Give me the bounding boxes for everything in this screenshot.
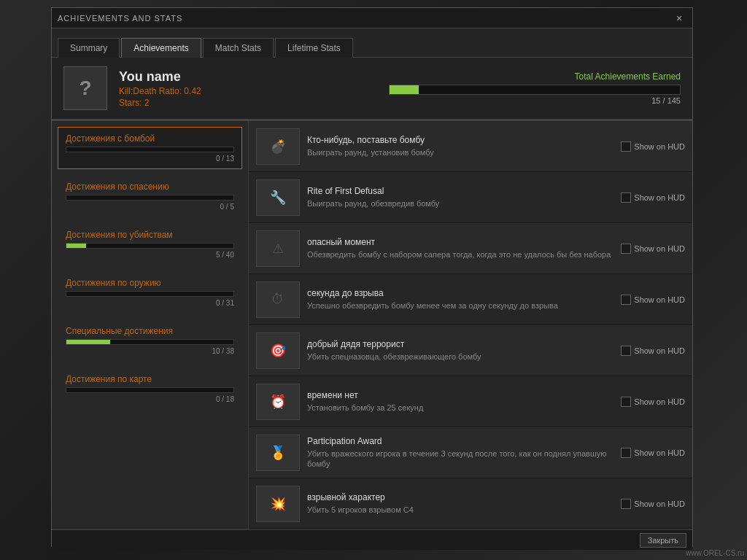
tab-lifetime-stats[interactable]: Lifetime Stats xyxy=(275,38,353,58)
player-kd: Kill:Death Ratio: 0.42 xyxy=(119,86,377,96)
achievement-name-7: Participation Award xyxy=(307,436,614,446)
total-progress-fill xyxy=(390,85,419,94)
achievement-thumb-4: ⏱ xyxy=(256,281,300,318)
achievement-desc-4: Успешно обезвредить бомбу менее чем за о… xyxy=(307,300,614,311)
hud-checkbox-2[interactable] xyxy=(621,192,631,203)
tab-summary[interactable]: Summary xyxy=(58,38,120,58)
hud-label-1: Show on HUD xyxy=(634,142,685,151)
achievements-earned: Total Achievements Earned 15 / 145 xyxy=(389,71,681,105)
achievement-thumb-5: 🎯 xyxy=(256,332,300,369)
achievement-thumb-8: 💥 xyxy=(256,486,300,522)
main-window: ACHIEVEMENTS AND STATS × Summary Achieve… xyxy=(51,7,693,547)
category-bomb-name: Достижения с бомбой xyxy=(66,133,234,144)
avatar: ? xyxy=(63,66,107,110)
achievement-thumb-6: ⏰ xyxy=(256,384,300,420)
achievement-item-4: ⏱ секунда до взрыва Успешно обезвредить … xyxy=(249,274,692,325)
category-map-progress xyxy=(66,387,234,393)
tab-achievements[interactable]: Achievements xyxy=(121,38,201,58)
player-name: You name xyxy=(119,69,377,85)
achievement-name-5: добрый дядя террорист xyxy=(307,339,614,349)
achievement-info-1: Кто-нибудь, поставьте бомбу Выиграть рау… xyxy=(307,135,614,158)
achievement-desc-1: Выиграть раунд, установив бомбу xyxy=(307,147,614,158)
achievement-name-8: взрывной характер xyxy=(307,492,614,502)
show-on-hud-5[interactable]: Show on HUD xyxy=(621,346,685,356)
category-special-name: Специальные достижения xyxy=(66,326,234,336)
achievement-name-6: времени нет xyxy=(307,390,614,400)
achievement-thumb-1: 💣 xyxy=(256,128,300,165)
player-header: ? You name Kill:Death Ratio: 0.42 Stars:… xyxy=(52,58,692,121)
achievement-name-2: Rite of First Defusal xyxy=(307,186,614,196)
hud-label-5: Show on HUD xyxy=(634,346,685,355)
show-on-hud-7[interactable]: Show on HUD xyxy=(621,448,685,458)
achievement-name-3: опасный момент xyxy=(307,237,614,247)
outer-background: ACHIEVEMENTS AND STATS × Summary Achieve… xyxy=(0,0,747,560)
hud-checkbox-1[interactable] xyxy=(621,141,631,152)
category-kills-count: 5 / 40 xyxy=(66,251,234,259)
hud-checkbox-5[interactable] xyxy=(621,346,631,356)
category-weapon-progress xyxy=(66,291,234,297)
hud-label-6: Show on HUD xyxy=(634,397,685,406)
show-on-hud-8[interactable]: Show on HUD xyxy=(621,499,685,509)
achievement-info-2: Rite of First Defusal Выиграть раунд, об… xyxy=(307,186,614,209)
player-stars: Stars: 2 xyxy=(119,98,377,108)
progress-text: 15 / 145 xyxy=(389,96,681,105)
total-progress-bar xyxy=(389,85,681,95)
show-on-hud-2[interactable]: Show on HUD xyxy=(621,192,685,203)
bottom-bar: Закрыть xyxy=(52,529,692,550)
hud-label-2: Show on HUD xyxy=(634,193,685,202)
tab-match-stats[interactable]: Match Stats xyxy=(203,38,274,58)
achievement-thumb-7: 🏅 xyxy=(256,435,300,471)
hud-checkbox-6[interactable] xyxy=(621,397,631,407)
category-special[interactable]: Специальные достижения 10 / 38 xyxy=(58,319,242,362)
achievement-info-6: времени нет Установить бомбу за 25 секун… xyxy=(307,390,614,413)
category-kills[interactable]: Достижения по убийствам 5 / 40 xyxy=(58,223,242,265)
category-rescue-progress xyxy=(66,195,234,201)
achievement-desc-8: Убить 5 игроков взрывом C4 xyxy=(307,505,614,515)
hud-label-4: Show on HUD xyxy=(634,295,685,304)
show-on-hud-4[interactable]: Show on HUD xyxy=(621,295,685,305)
achievement-item-3: ⚠ опасный момент Обезвредить бомбу с наб… xyxy=(249,223,692,274)
hud-label-7: Show on HUD xyxy=(634,448,685,457)
achievement-item-7: 🏅 Participation Award Убить вражеского и… xyxy=(249,427,692,478)
close-bottom-button[interactable]: Закрыть xyxy=(640,533,686,548)
show-on-hud-3[interactable]: Show on HUD xyxy=(621,244,685,254)
category-special-progress xyxy=(66,339,234,345)
category-special-count: 10 / 38 xyxy=(66,347,234,355)
achievement-thumb-2: 🔧 xyxy=(256,179,300,216)
achievement-desc-5: Убить спецназовца, обезвреживающего бомб… xyxy=(307,351,614,362)
category-rescue-name: Достижения по спасению xyxy=(66,182,234,192)
category-map-name: Достижения по карте xyxy=(66,374,234,384)
category-map[interactable]: Достижения по карте 0 / 18 xyxy=(58,368,242,410)
achievement-desc-3: Обезвредить бомбу с набором сапера тогда… xyxy=(307,249,614,260)
body-area: Достижения с бомбой 0 / 13 Достижения по… xyxy=(52,121,692,529)
window-close-button[interactable]: × xyxy=(672,11,686,26)
achievement-info-3: опасный момент Обезвредить бомбу с набор… xyxy=(307,237,614,260)
achievement-item-2: 🔧 Rite of First Defusal Выиграть раунд, … xyxy=(249,172,692,223)
tabs-bar: Summary Achievements Match Stats Lifetim… xyxy=(52,28,692,58)
achievement-item-5: 🎯 добрый дядя террорист Убить спецназовц… xyxy=(249,325,692,376)
hud-checkbox-4[interactable] xyxy=(621,295,631,305)
window-title: ACHIEVEMENTS AND STATS xyxy=(58,14,182,23)
show-on-hud-1[interactable]: Show on HUD xyxy=(621,141,685,152)
achievement-name-1: Кто-нибудь, поставьте бомбу xyxy=(307,135,614,145)
hud-label-8: Show on HUD xyxy=(634,499,685,508)
achievement-desc-6: Установить бомбу за 25 секунд xyxy=(307,402,614,413)
achievement-item-6: ⏰ времени нет Установить бомбу за 25 сек… xyxy=(249,376,692,427)
hud-label-3: Show on HUD xyxy=(634,244,685,253)
category-rescue[interactable]: Достижения по спасению 0 / 5 xyxy=(58,175,242,217)
hud-checkbox-3[interactable] xyxy=(621,244,631,254)
category-bomb-progress xyxy=(66,147,234,152)
achievement-desc-2: Выиграть раунд, обезвредив бомбу xyxy=(307,198,614,209)
category-kills-progress xyxy=(66,243,234,249)
hud-checkbox-7[interactable] xyxy=(621,448,631,458)
category-weapon-name: Достижения по оружию xyxy=(66,278,234,288)
title-bar: ACHIEVEMENTS AND STATS × xyxy=(52,8,692,28)
achievement-thumb-3: ⚠ xyxy=(256,230,300,267)
show-on-hud-6[interactable]: Show on HUD xyxy=(621,397,685,407)
earned-label: Total Achievements Earned xyxy=(389,71,681,82)
hud-checkbox-8[interactable] xyxy=(621,499,631,509)
achievement-info-8: взрывной характер Убить 5 игроков взрыво… xyxy=(307,492,614,515)
category-weapon[interactable]: Достижения по оружию 0 / 31 xyxy=(58,271,242,314)
category-bomb[interactable]: Достижения с бомбой 0 / 13 xyxy=(58,127,242,169)
achievement-info-7: Participation Award Убить вражеского игр… xyxy=(307,436,614,470)
